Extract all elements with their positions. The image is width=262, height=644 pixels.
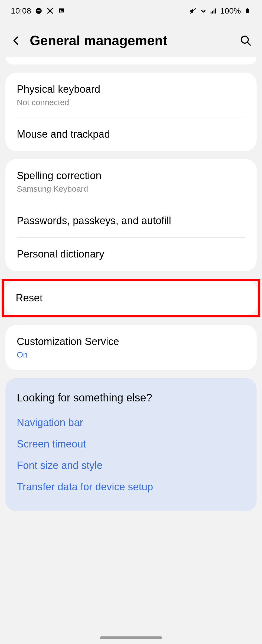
row-title: Physical keyboard [17,83,245,96]
status-left: 10:08 [11,6,65,15]
suggestion-link-transfer-data[interactable]: Transfer data for device setup [17,476,245,498]
row-spelling-correction[interactable]: Spelling correction Samsung Keyboard [5,159,257,204]
customization-card: Customization Service On [5,325,257,370]
suggestions-card: Looking for something else? Navigation b… [5,378,257,511]
highlight-box: Reset [2,279,260,318]
svg-rect-5 [211,12,211,13]
suggestion-link-font-size-style[interactable]: Font size and style [17,455,245,476]
battery-text: 100% [220,6,241,15]
row-subtitle: Samsung Keyboard [17,184,245,194]
row-title: Customization Service [17,335,245,348]
svg-rect-8 [215,8,216,13]
row-title: Spelling correction [17,169,245,182]
svg-rect-6 [212,11,213,14]
battery-icon [244,7,251,15]
previous-card-edge [5,57,257,65]
status-right: 100% [189,6,251,15]
input-devices-card: Physical keyboard Not connected Mouse an… [5,73,257,151]
dnd-icon [35,7,42,15]
svg-rect-7 [214,10,214,14]
wifi-icon [199,7,207,15]
search-icon [240,35,252,47]
status-time: 10:08 [11,6,31,15]
x-app-icon [46,7,54,15]
gesture-handle[interactable] [100,636,162,639]
row-passwords-autofill[interactable]: Passwords, passkeys, and autofill [5,204,257,238]
row-physical-keyboard[interactable]: Physical keyboard Not connected [5,73,257,118]
svg-rect-1 [37,10,41,11]
svg-rect-10 [247,8,248,9]
chevron-left-icon [11,35,22,46]
signal-icon [210,7,217,15]
suggestions-heading: Looking for something else? [17,392,245,404]
suggestion-link-screen-timeout[interactable]: Screen timeout [17,433,245,455]
row-customization-service[interactable]: Customization Service On [5,325,257,370]
back-button[interactable] [8,33,24,49]
svg-rect-9 [246,9,249,13]
page-header: General management [0,22,262,57]
row-subtitle: Not connected [17,98,245,107]
page-title: General management [30,33,232,49]
mute-icon [189,7,197,15]
svg-point-3 [60,10,61,11]
row-subtitle: On [17,350,245,360]
text-input-card: Spelling correction Samsung Keyboard Pas… [5,159,257,271]
reset-card: Reset [4,281,258,315]
row-reset[interactable]: Reset [4,281,258,315]
row-personal-dictionary[interactable]: Personal dictionary [5,237,257,271]
image-icon [58,7,65,15]
status-bar: 10:08 100% [0,0,262,22]
row-title: Reset [16,292,246,305]
svg-line-12 [247,42,250,45]
row-mouse-trackpad[interactable]: Mouse and trackpad [5,118,257,151]
row-title: Mouse and trackpad [17,128,245,141]
search-button[interactable] [238,33,254,49]
suggestion-link-navigation-bar[interactable]: Navigation bar [17,412,245,433]
row-title: Personal dictionary [17,248,245,261]
row-title: Passwords, passkeys, and autofill [17,214,245,227]
